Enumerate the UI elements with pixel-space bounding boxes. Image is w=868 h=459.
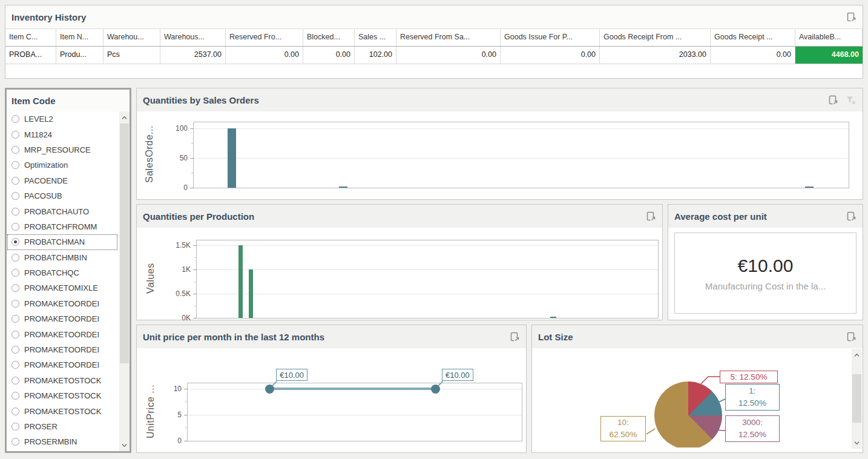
- item-code-option[interactable]: PROBATCHAUTO: [7, 203, 117, 219]
- bar[interactable]: [228, 128, 236, 188]
- column-header[interactable]: Reserved From Sa...: [396, 29, 501, 46]
- table-cell[interactable]: 0.00: [303, 47, 355, 64]
- radio-button[interactable]: [12, 131, 19, 139]
- radio-button[interactable]: [12, 346, 19, 354]
- item-code-option[interactable]: LEVEL2: [7, 111, 117, 127]
- item-code-option[interactable]: PROMAKETOSTOCK: [7, 388, 117, 403]
- column-header[interactable]: Item N...: [56, 29, 104, 46]
- item-code-label: PROMAKETOSTOCK: [24, 376, 101, 385]
- item-code-option[interactable]: PACOENDE: [7, 173, 117, 188]
- data-point[interactable]: [431, 385, 440, 394]
- item-code-option[interactable]: PROMAKETOMIXLE: [7, 280, 117, 296]
- column-header[interactable]: Sales ...: [355, 29, 396, 46]
- line-series[interactable]: [269, 388, 435, 390]
- table-cell[interactable]: 2033.00: [600, 47, 711, 64]
- item-code-option[interactable]: PROMAKETOORDEI: [7, 357, 117, 372]
- radio-button[interactable]: [12, 438, 19, 446]
- column-header[interactable]: Goods Receipt ...: [711, 29, 795, 46]
- radio-button[interactable]: [12, 177, 19, 185]
- item-code-option[interactable]: PROMAKETOORDEI: [7, 296, 117, 311]
- data-point[interactable]: [265, 385, 274, 394]
- radio-button[interactable]: [12, 192, 19, 200]
- bar[interactable]: [238, 245, 243, 318]
- item-code-option[interactable]: PROSERMBIN: [7, 434, 117, 449]
- table-cell[interactable]: 102.00: [355, 47, 396, 64]
- table-cell[interactable]: 0.00: [711, 47, 795, 64]
- item-list-scrollbar[interactable]: [119, 111, 130, 451]
- lot-size-scrollbar[interactable]: [852, 349, 862, 449]
- bar[interactable]: [550, 317, 556, 318]
- pie-label-line: 62.50%: [601, 429, 645, 441]
- table-cell[interactable]: 2537.00: [160, 47, 226, 64]
- y-tick-label: 0.5K: [163, 289, 191, 299]
- radio-button[interactable]: [12, 254, 19, 262]
- gridline: [197, 245, 658, 246]
- minor-tick: [194, 306, 197, 306]
- column-header[interactable]: Reserved Fro...: [226, 29, 303, 46]
- radio-button[interactable]: [12, 408, 19, 415]
- item-code-option[interactable]: PROMAKETOORDEI: [7, 326, 117, 342]
- radio-button[interactable]: [12, 423, 19, 431]
- scrollbar-thumb[interactable]: [120, 124, 129, 363]
- radio-button[interactable]: [12, 300, 19, 308]
- export-icon[interactable]: [846, 332, 856, 342]
- column-header[interactable]: Goods Receipt From ...: [600, 29, 711, 46]
- export-icon[interactable]: [828, 95, 838, 105]
- radio-button[interactable]: [12, 392, 19, 400]
- radio-button[interactable]: [12, 223, 19, 231]
- radio-button[interactable]: [12, 377, 19, 385]
- radio-button[interactable]: [12, 146, 19, 154]
- panel-title: Average cost per unit: [674, 211, 767, 222]
- column-header[interactable]: Warehou...: [104, 29, 160, 46]
- item-code-option[interactable]: PROSER: [7, 419, 117, 434]
- table-cell[interactable]: 4468.00: [795, 47, 863, 64]
- export-icon[interactable]: [510, 332, 520, 342]
- clear-filter-icon[interactable]: [846, 95, 856, 105]
- pie-chart[interactable]: [654, 381, 722, 449]
- item-code-option[interactable]: MRP_RESOURCE: [7, 142, 117, 157]
- radio-button[interactable]: [12, 208, 19, 216]
- column-header[interactable]: Blocked...: [303, 29, 355, 46]
- item-code-option[interactable]: PROMAKETOORDEI: [7, 311, 117, 326]
- radio-button[interactable]: [12, 161, 19, 169]
- export-icon[interactable]: [846, 211, 856, 222]
- item-code-option[interactable]: M11824: [7, 127, 117, 142]
- radio-button[interactable]: [12, 315, 19, 323]
- item-code-option[interactable]: PROMAKETOORDEI: [7, 342, 117, 357]
- item-code-option[interactable]: PROMAKETOSTOCK: [7, 373, 117, 388]
- radio-button[interactable]: [12, 269, 19, 277]
- scroll-down-button[interactable]: [852, 438, 862, 447]
- radio-button[interactable]: [12, 115, 19, 123]
- table-cell[interactable]: 0.00: [501, 47, 600, 64]
- table-cell[interactable]: 0.00: [396, 47, 501, 64]
- item-code-option[interactable]: Optimization: [7, 157, 117, 173]
- radio-button[interactable]: [12, 238, 19, 246]
- column-header[interactable]: AvailableB...: [795, 29, 863, 46]
- bar[interactable]: [805, 187, 814, 188]
- radio-button[interactable]: [12, 284, 19, 292]
- scroll-up-button[interactable]: [852, 350, 862, 360]
- item-code-option[interactable]: PACOSUB: [7, 188, 117, 203]
- table-cell[interactable]: 0.00: [226, 47, 303, 64]
- scroll-down-button[interactable]: [119, 440, 130, 450]
- bar[interactable]: [249, 269, 253, 318]
- item-code-option[interactable]: PROBATCHQC: [7, 265, 117, 280]
- table-cell[interactable]: PROBA...: [5, 47, 56, 64]
- radio-button[interactable]: [12, 361, 19, 369]
- table-cell[interactable]: Produ...: [56, 47, 104, 64]
- column-header[interactable]: Warehous...: [160, 29, 226, 46]
- export-icon[interactable]: [846, 12, 856, 22]
- column-header[interactable]: Item C...: [5, 29, 56, 46]
- item-code-option[interactable]: PROBATCHMBIN: [7, 250, 117, 265]
- radio-button[interactable]: [12, 331, 19, 338]
- export-icon[interactable]: [646, 211, 656, 222]
- scrollbar-thumb[interactable]: [852, 374, 861, 423]
- item-code-option[interactable]: PROBATCHFROMM: [7, 219, 117, 234]
- y-tick-label: 100: [160, 124, 188, 133]
- column-header[interactable]: Goods Issue For P...: [501, 29, 600, 46]
- item-code-option[interactable]: PROBATCHMAN: [7, 234, 117, 249]
- scroll-up-button[interactable]: [119, 113, 130, 122]
- bar[interactable]: [339, 187, 347, 188]
- item-code-option[interactable]: PROMAKETOSTOCK: [7, 403, 117, 418]
- table-cell[interactable]: Pcs: [104, 47, 160, 64]
